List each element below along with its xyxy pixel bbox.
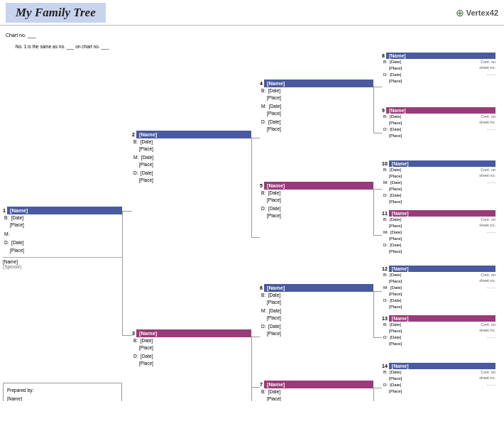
person-5: 5 [Name] B: [Date] [Place] D: [Date] [Pl… [260,182,373,220]
left-panel: Chart no. ___ No. 1 is the same as no. _… [0,26,124,58]
num-7: 7 [260,382,263,387]
name-bar-11: [Name] [389,210,495,217]
name-bar-2: [Name] [136,131,251,138]
name-bar-13: [Name] [389,315,495,322]
name-bar-14: [Name] [389,363,495,369]
person-10: 10 [Name] B: [Date] [Place] M: [Date] [P… [382,160,495,205]
name-bar-1: [Name] [7,207,122,214]
person-1: 1 [Name] B: [Date] [Place] M: D: [Date] … [3,207,122,269]
num-13: 13 [382,316,388,321]
name-bar-3: [Name] [136,329,251,337]
num-3: 3 [132,331,135,336]
person-9: 9 [Name] B: [Date] [Place] D: [Date] [Pl… [382,107,495,139]
name-bar-9: [Name] [386,107,495,114]
spouse-1: [Name] (Spouse) [3,257,122,269]
name-bar-8: [Name] [386,53,495,59]
name-bar-10: [Name] [389,160,495,167]
num-8: 8 [382,53,385,58]
logo: ⊕ Vertex42 [456,7,498,18]
num-14: 14 [382,364,388,368]
num-10: 10 [382,161,388,166]
footer-info: Prepared by: [Name] [Address] [Phone or … [3,383,122,401]
num-9: 9 [382,108,385,113]
person-6: 6 [Name] B: [Date] [Place] M: [Date] [Pl… [260,284,373,337]
num-11: 11 [382,211,388,216]
person-14: 14 [Name] B: [Date] [Place] D: [Date] [P… [382,363,495,395]
person-4: 4 [Name] B: [Date] [Place] M: [Date] [Pl… [260,80,373,133]
person-3: 3 [Name] B: [Date] [Place] D: [Date] [Pl… [132,329,251,368]
chart-no: Chart no. ___ [6,33,119,38]
name-bar-7: [Name] [264,381,373,388]
chart-note: No. 1 is the same as no. ___ on chart no… [6,43,119,50]
title-box: My Family Tree [6,3,106,23]
person-12: 12 [Name] B: [Date] [Place] M: [Date] [P… [382,266,495,310]
person-7: 7 [Name] B: [Date] [Place] D: [Date] [Pl… [260,381,373,401]
num-12: 12 [382,266,388,271]
name-bar-5: [Name] [264,182,373,190]
num-2: 2 [132,132,135,137]
person-8: 8 [Name] B: [Date] [Place] D: [Date] [Pl… [382,53,495,84]
name-bar-4: [Name] [264,80,373,87]
name-bar-6: [Name] [264,284,373,292]
num-1: 1 [3,208,6,213]
person-2: 2 [Name] B: [Date] [Place] M: [Date] [Pl… [132,131,251,184]
person-13: 13 [Name] B: [Date] [Place] D: [Date] [P… [382,315,495,347]
logo-icon: ⊕ [456,7,464,18]
name-bar-12: [Name] [389,266,495,272]
num-5: 5 [260,183,263,188]
person-11: 11 [Name] B: [Date] [Place] M: [Date] [P… [382,210,495,255]
num-4: 4 [260,81,263,86]
num-6: 6 [260,285,263,290]
